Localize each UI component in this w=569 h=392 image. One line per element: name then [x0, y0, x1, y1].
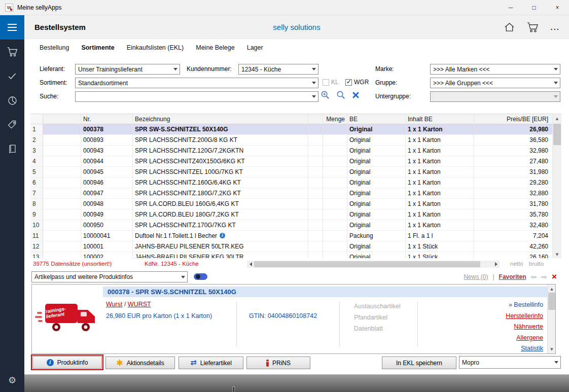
- maximize-button[interactable]: □: [522, 0, 546, 15]
- table-row[interactable]: 7000947SPR LACHSSCHNITZ.180G/7,2KG KTOri…: [30, 188, 553, 199]
- scrollbar-thumb[interactable]: [553, 124, 561, 145]
- scrollbar-thumb[interactable]: [254, 261, 480, 267]
- cell-preis: 32,880: [474, 188, 553, 198]
- wgr-checkbox[interactable]: WGR: [345, 79, 369, 86]
- produktinfo-button[interactable]: Produktinfo: [32, 356, 102, 369]
- column-be[interactable]: BE: [347, 114, 406, 124]
- detail-link-allergene[interactable]: Allergene: [506, 333, 543, 344]
- column-menge[interactable]: Menge: [323, 114, 347, 124]
- clear-search-button[interactable]: [352, 91, 360, 99]
- column-preis[interactable]: Preis/BE [EUR]: [474, 114, 553, 124]
- cell-sel: [43, 156, 81, 166]
- sidebar-item-bestaetigung[interactable]: [0, 64, 24, 88]
- hamburger-menu-button[interactable]: [0, 15, 24, 40]
- next-arrow-icon[interactable]: ⇨: [541, 273, 547, 280]
- productinfo-select[interactable]: Artikelpass und weitere Produktinfos: [31, 271, 188, 282]
- info-toggle-switch[interactable]: [194, 273, 207, 280]
- cell-inhalt: 1 x 1 Karton: [406, 156, 474, 166]
- warengruppe-upper-link[interactable]: WURST: [128, 301, 151, 308]
- column-nr[interactable]: Nr.: [81, 114, 133, 124]
- zoom-plus-search-button[interactable]: [321, 90, 330, 100]
- sidebar-item-katalog[interactable]: [0, 137, 24, 161]
- cell-be: Original: [347, 188, 406, 198]
- mopro-select[interactable]: Mopro: [459, 356, 561, 369]
- table-row[interactable]: 2000893SPR LACHSSCHNITZ.200G/8 KG KTOrig…: [30, 135, 553, 146]
- table-row[interactable]: 12100001JAHNS-BRAEU PILSENER 50LTR.KEGOr…: [30, 241, 553, 252]
- detail-gray-list: AustauschartikelPfandartikelDatenblatt: [354, 301, 401, 334]
- column-bezeichnung[interactable]: Bezeichnung: [133, 114, 308, 124]
- cart-button[interactable]: [526, 21, 539, 33]
- tab-sortimente[interactable]: Sortimente: [81, 44, 114, 51]
- detail-gray-item: Datenblatt: [354, 323, 401, 334]
- detail-link-statistik[interactable]: Statistik: [506, 343, 543, 354]
- tab-bestellung[interactable]: Bestellung: [40, 44, 69, 51]
- more-options-button[interactable]: ...: [550, 23, 560, 31]
- sidebar-item-bestellsystem[interactable]: [0, 40, 24, 64]
- news-link[interactable]: News (0): [464, 273, 488, 280]
- detail-scrollbar[interactable]: ▲ ▼: [547, 284, 555, 353]
- prins-button[interactable]: PRiNS: [246, 357, 310, 369]
- detail-link-herstellerinfo[interactable]: Herstellerinfo: [506, 311, 543, 322]
- kundennummer-select[interactable]: 12345 - Küche: [238, 64, 318, 75]
- scroll-down-icon[interactable]: ▼: [553, 250, 561, 258]
- gruppe-select[interactable]: >>> Alle Gruppen <<<: [430, 78, 560, 88]
- warengruppe-link[interactable]: Wurst: [106, 301, 122, 308]
- table-row[interactable]: 4000944SPR LACHSSCHNITZ40X150G/6KG KTOri…: [30, 156, 553, 167]
- table-body: 1000378SPR SW-S.SCHNITZEL 50X140GOrigina…: [30, 124, 561, 258]
- previous-arrow-icon[interactable]: ⇦: [531, 273, 537, 280]
- kl-checkbox[interactable]: KL: [323, 79, 339, 86]
- scroll-up-icon[interactable]: ▲: [553, 114, 561, 123]
- scroll-up-icon[interactable]: ▲: [548, 284, 556, 293]
- search-input[interactable]: [75, 91, 318, 102]
- table-row[interactable]: 3000943SPR LACHSSCHNITZ.120G/7,2KGKTNOri…: [30, 146, 553, 156]
- lieferartikel-button[interactable]: ⇄ Lieferartikel: [179, 357, 243, 369]
- cell-be: Original: [347, 156, 406, 166]
- detail-link-bestellinfo[interactable]: » Bestellinfo: [506, 300, 543, 311]
- tab-meine-belege[interactable]: Meine Belege: [196, 44, 234, 51]
- table-row[interactable]: 1110000041Duftoel Nr.1 f.Toilett.1 l Bec…: [30, 231, 553, 241]
- scroll-left-icon[interactable]: [247, 261, 254, 268]
- scroll-right-icon[interactable]: [492, 261, 500, 268]
- table-vertical-scrollbar[interactable]: ▲ ▼: [553, 114, 561, 258]
- table-row[interactable]: 1000378SPR SW-S.SCHNITZEL 50X140GOrigina…: [30, 124, 553, 135]
- column-inhalt-be[interactable]: Inhalt BE: [406, 114, 474, 124]
- scrollbar-thumb[interactable]: [548, 293, 555, 310]
- cell-be: Original: [347, 146, 406, 156]
- sortiment-select[interactable]: Standardsortiment: [75, 78, 318, 88]
- settings-gear-button[interactable]: ⚙: [0, 372, 24, 388]
- cell-bez: SPR LA.CORD.BLEU 160G/6,4KG KT: [133, 199, 308, 209]
- close-button[interactable]: ×: [546, 0, 569, 15]
- cell-num: 5: [30, 167, 43, 177]
- table-row[interactable]: 8000948SPR LA.CORD.BLEU 160G/6,4KG KTOri…: [30, 199, 553, 209]
- scroll-down-icon[interactable]: ▼: [548, 345, 556, 353]
- in-ekl-speichern-button[interactable]: In EKL speichern: [382, 357, 456, 369]
- table-row[interactable]: 13100002JAHNS-BRAEU PILSENER KEG 30LTROr…: [30, 252, 553, 258]
- lieferant-select[interactable]: Unser Trainingslieferant: [75, 64, 180, 75]
- detail-link-n-hrwerte[interactable]: Nährwerte: [506, 322, 543, 333]
- sidebar-item-statistik[interactable]: [0, 88, 24, 113]
- sidebar-item-aktionen[interactable]: [0, 113, 24, 137]
- table-row[interactable]: 10000950SPR LACHSSCHNITZ.170G/7KG KTOrig…: [30, 220, 553, 231]
- chevron-down-icon: [551, 78, 560, 88]
- table-row[interactable]: 6000946SPR LACHSSCHNITZ.160G/6,4KG KTOri…: [30, 177, 553, 188]
- minimize-button[interactable]: ─: [499, 0, 522, 15]
- marke-select[interactable]: >>> Alle Marken <<<: [430, 64, 560, 75]
- table-header[interactable]: Nr. Bezeichnung Menge BE Inhalt BE Preis…: [30, 114, 553, 124]
- close-panel-icon[interactable]: ×: [552, 272, 557, 281]
- table-row[interactable]: 9000949SPR LA.CORD.BLEU 180G/7,2KG KTOri…: [30, 209, 553, 220]
- aktionsdetails-button[interactable]: ✱ Aktionsdetails: [105, 357, 175, 369]
- tab-einkaufslisten-ekl[interactable]: Einkaufslisten (EKL): [127, 44, 184, 51]
- chevron-down-icon: [309, 92, 318, 101]
- cell-nr: 000943: [81, 146, 133, 156]
- star-icon: ✱: [116, 359, 123, 367]
- home-button[interactable]: [504, 22, 515, 32]
- lieferant-value: Unser Trainingslieferant: [78, 66, 143, 73]
- info-icon[interactable]: [220, 233, 225, 238]
- table-row[interactable]: 5000945SPR LACHSSCHNITZEL 100G/7KG KTOri…: [30, 167, 553, 177]
- kdnr-label: KdNr. 12345 - Küche: [145, 261, 199, 267]
- favoriten-link[interactable]: Favoriten: [499, 273, 526, 280]
- productinfo-select-value: Artikelpass und weitere Produktinfos: [34, 273, 133, 280]
- table-horizontal-scrollbar[interactable]: [247, 261, 500, 268]
- tab-lager[interactable]: Lager: [247, 44, 263, 51]
- search-button[interactable]: [336, 90, 346, 100]
